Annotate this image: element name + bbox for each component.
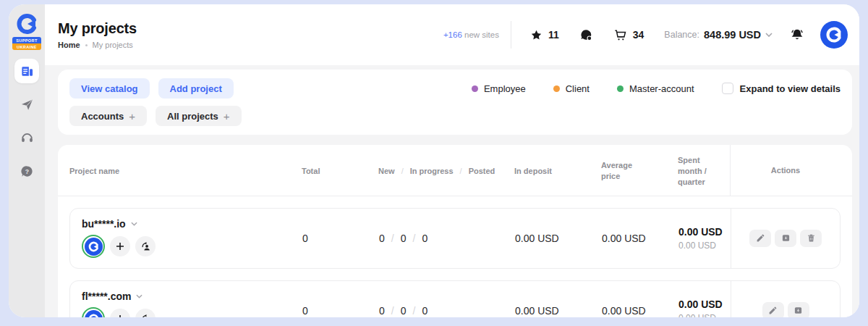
app-logo-icon: [14, 12, 39, 36]
col-project-name: Project name: [69, 167, 290, 175]
separator: /: [391, 305, 394, 317]
sidebar-nav: ?: [14, 59, 39, 183]
table-header: Project name Total New / In progress / P…: [58, 145, 852, 196]
plus-icon: +: [129, 110, 135, 122]
star-icon: [530, 29, 542, 41]
spent-month-value: 0.00 USD: [678, 298, 731, 310]
content: View catalog Add project Employee Client: [45, 65, 859, 317]
view-catalog-button[interactable]: View catalog: [69, 78, 150, 99]
edit-button[interactable]: [749, 230, 771, 247]
spent-cell: 0.00 USD 0.00 USD: [662, 298, 731, 317]
average-price-value: 0.00 USD: [586, 305, 662, 317]
breadcrumb-home[interactable]: Home: [58, 41, 80, 49]
new-sites-count: +166: [443, 30, 462, 39]
switch-user-button[interactable]: [135, 309, 156, 317]
brand-logo[interactable]: [820, 21, 848, 49]
pencil-icon: [756, 233, 765, 243]
chat-icon[interactable]: [579, 28, 593, 42]
edit-button[interactable]: [762, 302, 784, 317]
legend-employee: Employee: [472, 83, 526, 94]
table-body: bu*****.io: [58, 196, 852, 317]
legend: Employee Client Master-account Expa: [472, 83, 841, 94]
sidebar-item-projects[interactable]: [14, 59, 39, 83]
pencil-icon: [768, 306, 778, 315]
chevron-down-icon: [765, 33, 773, 37]
cart-stat[interactable]: 34: [613, 28, 644, 42]
add-member-button[interactable]: [110, 236, 130, 256]
accounts-filter-label: Accounts: [81, 111, 124, 122]
new-sites-indicator[interactable]: +166 new sites: [443, 30, 499, 39]
projects-table: Project name Total New / In progress / P…: [58, 145, 852, 317]
separator: /: [412, 233, 415, 244]
badge-line2: UKRAINE: [12, 43, 41, 50]
posted-value: 0: [422, 305, 427, 317]
accounts-filter-button[interactable]: Accounts +: [69, 106, 147, 126]
project-name-dropdown[interactable]: fl*****.com: [82, 291, 291, 302]
col-in-progress: In progress: [410, 167, 454, 175]
spent-quarter-value: 0.00 USD: [678, 313, 731, 317]
archive-button[interactable]: [788, 302, 809, 317]
status-values: 0 / 0 / 0: [362, 305, 492, 317]
sidebar: SUPPORT UKRAINE: [9, 4, 45, 317]
separator: /: [401, 167, 404, 175]
page-title: My projects: [58, 20, 137, 37]
question-bubble-icon: ?: [20, 164, 34, 178]
chevron-down-icon: [131, 222, 137, 226]
project-avatar: [82, 235, 105, 258]
status-values: 0 / 0 / 0: [362, 233, 492, 244]
separator: /: [391, 233, 394, 244]
archive-icon: [781, 233, 791, 243]
project-name: fl*****.com: [82, 291, 131, 302]
total-value: 0: [291, 233, 362, 244]
filter-panel: View catalog Add project Employee Client: [58, 70, 852, 135]
expand-details-toggle[interactable]: Expand to view details: [722, 83, 841, 94]
posted-value: 0: [422, 233, 427, 244]
sidebar-item-support[interactable]: [14, 125, 39, 150]
delete-button[interactable]: [800, 230, 822, 247]
expand-label: Expand to view details: [740, 83, 841, 94]
in-deposit-value: 0.00 USD: [492, 305, 586, 317]
balance-label: Balance:: [664, 30, 699, 40]
table-row: bu*****.io: [69, 208, 841, 269]
top-bar: My projects Home My projects +166 new si…: [45, 4, 859, 65]
add-project-button[interactable]: Add project: [158, 78, 234, 99]
project-logo-icon: [85, 310, 103, 317]
topbar-right: +166 new sites 11: [443, 21, 848, 49]
client-dot: [553, 85, 560, 92]
notification-bell-icon[interactable]: [790, 28, 804, 42]
switch-user-button[interactable]: [135, 236, 156, 256]
in-deposit-value: 0.00 USD: [492, 233, 586, 244]
all-projects-filter-label: All projects: [167, 111, 218, 122]
archive-icon: [793, 306, 803, 315]
legend-client: Client: [553, 83, 590, 94]
legend-client-label: Client: [566, 83, 590, 94]
news-icon: [20, 64, 34, 78]
user-switch-icon: [140, 314, 151, 317]
archive-button[interactable]: [775, 230, 796, 247]
sidebar-item-help[interactable]: ?: [14, 159, 39, 183]
plus-icon: +: [224, 110, 230, 122]
trash-icon: [807, 233, 816, 243]
col-spent: Spent month / quarter: [661, 155, 730, 188]
balance-dropdown[interactable]: Balance: 848.99 USD: [664, 29, 773, 41]
new-value: 0: [379, 305, 385, 317]
legend-master-account: Master-account: [617, 83, 694, 94]
separator: /: [412, 305, 415, 317]
spent-month-value: 0.00 USD: [678, 226, 731, 238]
new-value: 0: [379, 233, 385, 244]
spent-quarter-value: 0.00 USD: [678, 241, 731, 251]
spent-cell: 0.00 USD 0.00 USD: [662, 226, 731, 251]
favorites-stat[interactable]: 11: [530, 29, 559, 41]
svg-text:?: ?: [25, 167, 28, 175]
project-name: bu*****.io: [82, 218, 126, 230]
col-new: New: [378, 167, 395, 175]
badge-line1: SUPPORT: [12, 37, 41, 43]
project-name-dropdown[interactable]: bu*****.io: [82, 218, 291, 230]
expand-checkbox[interactable]: [722, 83, 733, 94]
add-member-button[interactable]: [110, 309, 130, 317]
sidebar-item-messages[interactable]: [14, 92, 39, 117]
project-avatar: [82, 307, 105, 317]
col-average-price: Average price: [585, 160, 661, 182]
all-projects-filter-button[interactable]: All projects +: [156, 106, 242, 126]
main-area: My projects Home My projects +166 new si…: [45, 4, 859, 317]
